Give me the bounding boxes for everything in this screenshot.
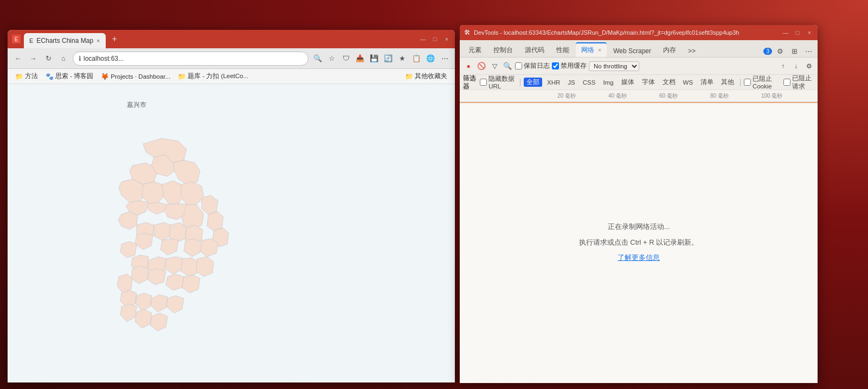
learn-more-link[interactable]: 了解更多信息 — [579, 250, 699, 266]
devtools-close-button[interactable]: × — [806, 29, 813, 36]
star-icon[interactable]: ★ — [396, 53, 408, 65]
blocked-requests-checkbox[interactable] — [783, 79, 790, 86]
refresh-button[interactable]: ↻ — [42, 53, 54, 65]
tab-close-button[interactable]: × — [97, 37, 100, 44]
ruler-mark-80: 80 毫秒 — [710, 92, 761, 100]
bookmark-item-projects[interactable]: 🦊 Projects · Dashboar... — [98, 72, 173, 81]
search-network-button[interactable]: 🔍 — [502, 61, 513, 72]
record-button[interactable]: ● — [463, 61, 474, 72]
forward-button[interactable]: → — [27, 53, 39, 65]
filter-css-button[interactable]: CSS — [580, 79, 599, 86]
filter-img-button[interactable]: Img — [600, 79, 616, 86]
back-button[interactable]: ← — [12, 53, 24, 65]
devtools-minimize-button[interactable]: — — [782, 29, 789, 36]
svg-marker-30 — [166, 274, 184, 290]
filter-other-button[interactable]: 其他 — [718, 78, 737, 87]
svg-marker-28 — [181, 258, 198, 277]
svg-marker-39 — [135, 309, 152, 328]
svg-marker-23 — [135, 233, 153, 250]
download-icon[interactable]: 📥 — [354, 53, 366, 65]
network-toolbar: ● 🚫 ▽ 🔍 保留日志 禁用缓存 No throttling Fast 3G … — [460, 58, 818, 75]
tab-web-scraper[interactable]: Web Scraper — [608, 45, 657, 57]
clipboard-icon[interactable]: 📋 — [410, 53, 422, 65]
browser-content: 嘉兴市 — [8, 84, 455, 382]
bookmark-item-leetcode[interactable]: 📁 题库 - 力扣 (LeetCo... — [175, 71, 252, 81]
refresh2-icon[interactable]: 🔄 — [382, 53, 394, 65]
blocked-cookies-label[interactable]: 已阻止 Cookie — [744, 75, 781, 90]
filter-xhr-button[interactable]: XHR — [544, 79, 563, 86]
bookmark-item-other[interactable]: 📁 其他收藏夹 — [402, 71, 451, 81]
network-toolbar-right: ↑ ↓ ⚙ — [777, 61, 814, 72]
tab-more[interactable]: >> — [683, 45, 701, 57]
instruction-text: 执行请求或点击 Ctrl + R 以记录刷新。 — [579, 235, 699, 251]
blocked-cookies-checkbox[interactable] — [744, 79, 751, 86]
filter-js-button[interactable]: JS — [565, 79, 577, 86]
search-icon[interactable]: 🔍 — [312, 53, 324, 65]
bookmark-star-icon[interactable]: ☆ — [326, 53, 338, 65]
bookmark-item-fangfa[interactable]: 📁 方法 — [12, 71, 41, 81]
browser-toolbar: ← → ↻ ⌂ ℹ localhost:63... 🔍 ☆ 🛡 📥 💾 🔄 ★ … — [8, 48, 455, 69]
close-button[interactable]: × — [443, 35, 451, 43]
disable-cache-checkbox[interactable] — [552, 62, 559, 69]
home-button[interactable]: ⌂ — [57, 53, 69, 65]
browser-favicon: E — [12, 35, 21, 43]
devtools-tabs-right: 3 ⚙ ⊞ ⋯ — [763, 45, 814, 57]
china-map-svg — [78, 111, 295, 355]
network-settings-button[interactable]: ⚙ — [803, 61, 814, 72]
disable-cache-label[interactable]: 禁用缓存 — [552, 62, 587, 70]
new-tab-button[interactable]: + — [109, 33, 120, 45]
restore-button[interactable]: □ — [431, 35, 439, 43]
svg-marker-22 — [160, 239, 178, 255]
hide-data-urls-label[interactable]: 隐藏数据 URL — [480, 75, 517, 90]
tab-sources[interactable]: 源代码 — [519, 43, 550, 57]
notification-badge: 3 — [763, 48, 772, 55]
svg-marker-21 — [184, 239, 202, 257]
throttle-select[interactable]: No throttling Fast 3G Slow 3G Offline — [589, 61, 639, 71]
minimize-button[interactable]: — — [419, 35, 427, 43]
tab-elements[interactable]: 元素 — [463, 43, 487, 57]
tab-memory[interactable]: 内存 — [658, 43, 681, 57]
hide-data-urls-checkbox[interactable] — [480, 79, 487, 86]
devtools-restore-button[interactable]: □ — [794, 29, 801, 36]
filter-ws-button[interactable]: WS — [680, 79, 696, 86]
svg-marker-6 — [162, 181, 184, 205]
devtools-settings-button[interactable]: ⚙ — [774, 45, 786, 57]
svg-marker-1 — [173, 160, 200, 184]
tab-console[interactable]: 控制台 — [488, 43, 518, 57]
preserve-log-checkbox[interactable] — [515, 62, 522, 69]
more-button[interactable]: ⋯ — [439, 53, 451, 65]
filter-icon[interactable]: ▽ — [489, 61, 500, 72]
blocked-cookies-text: 已阻止 Cookie — [753, 75, 781, 90]
blocked-requests-text: 已阻止请求 — [792, 74, 814, 91]
devtools-dock-button[interactable]: ⊞ — [788, 45, 800, 57]
toolbar-icons: 🔍 ☆ 🛡 📥 💾 🔄 ★ 📋 🌐 ⋯ — [312, 53, 451, 65]
globe-icon[interactable]: 🌐 — [425, 53, 436, 65]
svg-marker-10 — [146, 202, 168, 214]
filter-manifest-button[interactable]: 清单 — [698, 78, 716, 87]
tab-network[interactable]: 网络 × — [576, 42, 607, 57]
shield-icon[interactable]: 🛡 — [340, 53, 352, 65]
preserve-log-label[interactable]: 保留日志 — [515, 62, 550, 70]
svg-marker-36 — [136, 293, 152, 311]
blocked-requests-label[interactable]: 已阻止请求 — [783, 74, 814, 91]
upload-har-button[interactable]: ↑ — [777, 61, 788, 72]
browser-tab[interactable]: E ECharts China Map × — [24, 33, 106, 48]
address-bar[interactable]: ℹ localhost:63... — [73, 52, 308, 66]
gitlab-icon: 🦊 — [101, 73, 109, 80]
filter-media-button[interactable]: 媒体 — [619, 78, 637, 87]
filter-font-button[interactable]: 字体 — [639, 78, 658, 87]
svg-marker-20 — [200, 239, 218, 257]
tab-elements-label: 元素 — [468, 46, 481, 54]
tab-performance[interactable]: 性能 — [551, 43, 575, 57]
download-har-button[interactable]: ↓ — [790, 61, 801, 72]
devtools-more-button[interactable]: ⋯ — [802, 45, 814, 57]
tab-network-close[interactable]: × — [598, 47, 601, 53]
browser-window: E E ECharts China Map × + — □ × ← → ↻ ⌂ … — [8, 30, 455, 382]
clear-button[interactable]: 🚫 — [476, 61, 487, 72]
bookmark-item-sisu[interactable]: 🐾 思索 - 博客园 — [42, 71, 97, 81]
svg-marker-14 — [154, 222, 171, 240]
save-icon[interactable]: 💾 — [368, 53, 380, 65]
filter-all-button[interactable]: 全部 — [524, 78, 542, 87]
filter-doc-button[interactable]: 文档 — [660, 78, 678, 87]
network-content: 正在录制网络活动... 执行请求或点击 Ctrl + R 以记录刷新。 了解更多… — [460, 102, 818, 383]
